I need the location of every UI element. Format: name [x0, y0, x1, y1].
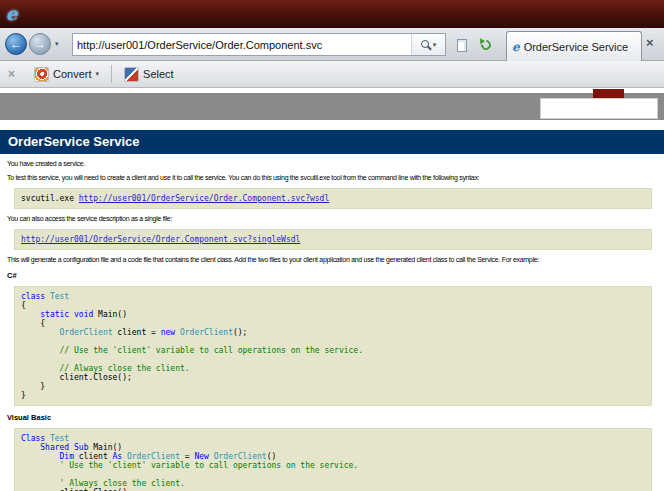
chrome-gap-band	[0, 93, 664, 120]
convert-button[interactable]: Convert ▾	[29, 65, 104, 84]
csharp-code-box: class Test{ static void Main() { OrderCl…	[14, 286, 652, 406]
title-bar: e	[0, 0, 664, 28]
close-toolbar-button[interactable]: ×	[8, 68, 15, 80]
page-title: OrderService Service	[0, 130, 664, 154]
command-toolbar: × Convert ▾ Select	[0, 61, 664, 88]
gap-red-artifact	[593, 89, 624, 98]
gap-white-artifact	[540, 98, 658, 119]
select-icon	[124, 67, 139, 82]
address-bar: ▾	[72, 33, 446, 56]
close-tab-button[interactable]: ×	[646, 36, 654, 49]
wsdl-link[interactable]: http://user001/OrderService/Order.Compon…	[79, 194, 329, 203]
refresh-button[interactable]	[476, 35, 496, 55]
recent-pages-dropdown-icon[interactable]: ▾	[55, 40, 59, 48]
back-arrow-icon: ←	[10, 38, 22, 50]
toolbar-separator	[111, 65, 112, 83]
search-button[interactable]: ▾	[411, 34, 445, 55]
page-content: OrderService Service You have created a …	[0, 125, 664, 491]
vb-code-box: Class Test Shared Sub Main() Dim client …	[14, 428, 652, 491]
select-label: Select	[143, 68, 174, 80]
chrome-gap	[0, 93, 664, 125]
select-button[interactable]: Select	[119, 65, 179, 84]
convert-label: Convert	[53, 68, 92, 80]
tab-favicon-icon: e	[512, 41, 520, 53]
back-button[interactable]: ←	[5, 33, 27, 55]
forward-button[interactable]: →	[29, 33, 51, 55]
svcutil-prefix-text: svcutil.exe	[21, 194, 79, 203]
tab-title: OrderService Service	[524, 41, 629, 53]
navigation-bar: ← → ▾ ▾ e OrderService Service ×	[0, 28, 664, 61]
search-icon	[421, 40, 430, 49]
page-icon	[457, 39, 467, 52]
convert-dropdown-icon: ▾	[96, 70, 100, 78]
single-file-text: You can also access the service descript…	[7, 214, 656, 223]
test-instructions-text: To test this service, you will need to c…	[7, 173, 656, 182]
intro-text: You have created a service.	[7, 159, 656, 168]
browser-window: e ← → ▾ ▾ e OrderService Service ×	[0, 0, 664, 491]
compatibility-view-button[interactable]	[452, 35, 472, 55]
vb-label: Visual Basic	[7, 413, 656, 422]
address-input[interactable]	[73, 34, 411, 55]
ie-logo-icon: e	[6, 5, 17, 23]
svcutil-command-box: svcutil.exe http://user001/OrderService/…	[14, 188, 652, 209]
generate-text: This will generate a configuration file …	[7, 255, 656, 264]
forward-arrow-icon: →	[34, 38, 46, 50]
convert-icon	[34, 67, 49, 82]
refresh-icon	[479, 38, 493, 52]
single-wsdl-box: http://user001/OrderService/Order.Compon…	[14, 229, 652, 250]
csharp-label: C#	[7, 271, 656, 280]
single-wsdl-link[interactable]: http://user001/OrderService/Order.Compon…	[21, 235, 300, 244]
tab-orderservice[interactable]: e OrderService Service	[506, 31, 642, 61]
search-dropdown-icon: ▾	[433, 41, 437, 49]
